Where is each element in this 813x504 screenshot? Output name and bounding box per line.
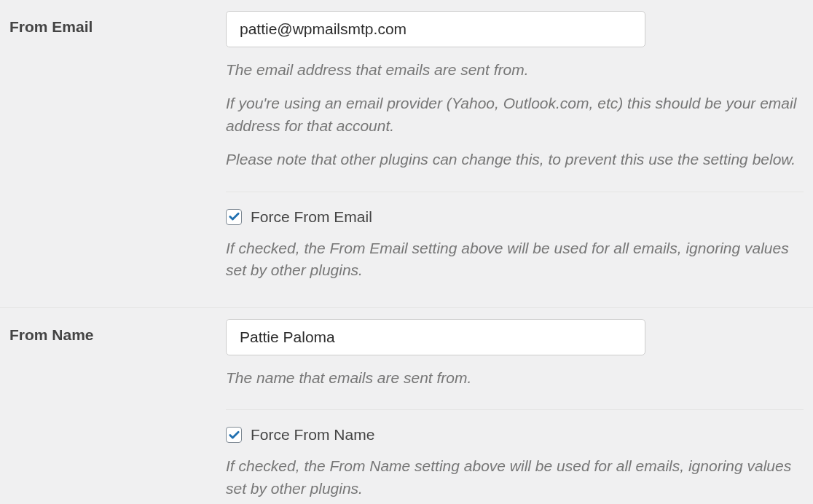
field-row: From Email The email address that emails…: [9, 11, 804, 282]
checkmark-icon: [228, 429, 240, 441]
force-from-email-label[interactable]: Force From Email: [251, 208, 372, 226]
from-email-input[interactable]: [226, 11, 645, 47]
force-from-name-help: If checked, the From Name setting above …: [226, 455, 804, 500]
force-from-name-label[interactable]: Force From Name: [251, 426, 374, 444]
from-email-help: The email address that emails are sent f…: [226, 59, 804, 171]
divider: [226, 192, 804, 192]
help-text-line: If you're using an email provider (Yahoo…: [226, 92, 804, 137]
force-from-name-row: Force From Name: [226, 426, 804, 444]
field-row: From Name The name that emails are sent …: [9, 319, 804, 500]
from-name-help: The name that emails are sent from.: [226, 367, 804, 389]
help-text-line: Please note that other plugins can chang…: [226, 149, 804, 170]
divider: [226, 409, 804, 410]
from-name-input[interactable]: [226, 319, 645, 355]
help-text-line: The name that emails are sent from.: [226, 367, 804, 389]
force-from-email-row: Force From Email: [226, 208, 804, 226]
help-text-line: The email address that emails are sent f…: [226, 59, 804, 81]
help-text-line: If checked, the From Name setting above …: [226, 455, 804, 500]
checkmark-icon: [228, 210, 240, 223]
help-text-line: If checked, the From Email setting above…: [226, 237, 804, 282]
from-email-label: From Email: [9, 11, 226, 36]
field-content: The name that emails are sent from. Forc…: [226, 319, 804, 500]
from-name-section: From Name The name that emails are sent …: [0, 308, 813, 504]
force-from-email-checkbox[interactable]: [226, 209, 242, 225]
from-name-label: From Name: [9, 319, 226, 344]
force-from-name-checkbox[interactable]: [226, 427, 242, 443]
from-email-section: From Email The email address that emails…: [0, 0, 813, 308]
force-from-email-help: If checked, the From Email setting above…: [226, 237, 804, 282]
field-content: The email address that emails are sent f…: [226, 11, 804, 282]
